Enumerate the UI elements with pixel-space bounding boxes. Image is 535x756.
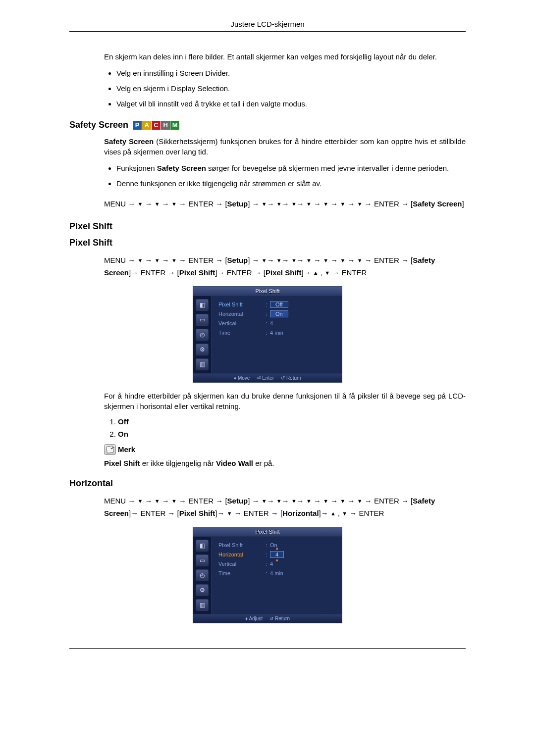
intro-paragraph: En skjerm kan deles inn i flere bilder. … bbox=[104, 51, 466, 62]
pixelshift-osd: Pixel Shift ◧ ▭ ◴ ⚙ ▥ Pixel Shift : Off bbox=[193, 286, 342, 383]
osd2-sound-icon: ◴ bbox=[196, 569, 209, 581]
safety-heading-text: Safety Screen bbox=[69, 120, 128, 130]
safety-screen-heading: Safety Screen P A C H M bbox=[69, 120, 466, 130]
osd-val-off: Off bbox=[270, 301, 288, 308]
horizontal-heading: Horizontal bbox=[69, 478, 466, 489]
sb1-pre: Funksjonen bbox=[116, 164, 157, 172]
safety-bullets: Funksjonen Safety Screen sørger for beve… bbox=[104, 163, 466, 189]
osd-setup-icon: ⚙ bbox=[196, 344, 209, 355]
note-icon bbox=[104, 444, 116, 455]
badge-h-icon: H bbox=[161, 121, 170, 130]
badge-p-icon: P bbox=[133, 121, 142, 130]
badge-a-icon: A bbox=[142, 121, 151, 130]
osd2-sidebar: ◧ ▭ ◴ ⚙ ▥ bbox=[193, 537, 212, 614]
osd2-multi-icon: ▥ bbox=[196, 599, 209, 611]
osd-row-vertical: Vertical bbox=[218, 320, 266, 326]
osd2-input-icon: ◧ bbox=[196, 540, 209, 552]
option-on: On bbox=[118, 430, 466, 438]
footer-rule bbox=[69, 648, 466, 649]
osd-row-time: Time bbox=[218, 330, 266, 336]
osd-sidebar: ◧ ▭ ◴ ⚙ ▥ bbox=[193, 296, 212, 373]
osd-val-4min: 4 min bbox=[270, 330, 283, 336]
osd2-row-pixelshift: Pixel Shift bbox=[218, 542, 266, 548]
pixelshift-options: Off On bbox=[104, 417, 466, 438]
osd-row-pixelshift: Pixel Shift bbox=[218, 302, 266, 307]
osd2-setup-icon: ⚙ bbox=[196, 584, 209, 596]
pixel-shift-heading-1: Pixel Shift bbox=[69, 221, 466, 232]
intro-bullets: Velg en innstilling i Screen Divider. Ve… bbox=[104, 68, 466, 109]
pixelshift-nav-path: MENU → ▼ → ▼ → ▼ → ENTER → [Setup] → ▼→ … bbox=[104, 254, 466, 279]
badge-m-icon: M bbox=[170, 121, 179, 130]
note-row: Merk bbox=[104, 444, 466, 455]
osd2-footer: ♦ Adjust ↺ Return bbox=[193, 614, 342, 623]
intro-bullet-3: Valget vil bli innstilt ved å trykke et … bbox=[116, 99, 466, 109]
osd-multi-icon: ▥ bbox=[196, 358, 209, 370]
osd2-row-horizontal: Horizontal bbox=[218, 552, 266, 557]
osd-title: Pixel Shift bbox=[256, 288, 280, 294]
osd2-row-time: Time bbox=[218, 570, 266, 576]
intro-bullet-1: Velg en innstilling i Screen Divider. bbox=[116, 68, 466, 78]
osd-input-icon: ◧ bbox=[196, 299, 209, 311]
osd2-val-4: 4 bbox=[270, 561, 273, 567]
horizontal-nav-path: MENU → ▼ → ▼ → ▼ → ENTER → [Setup] → ▼→ … bbox=[104, 495, 466, 520]
osd2-row-vertical: Vertical bbox=[218, 561, 266, 567]
note-label: Merk bbox=[118, 445, 135, 454]
pixel-shift-heading-2: Pixel Shift bbox=[69, 238, 466, 248]
horizontal-osd: Pixel Shift ◧ ▭ ◴ ⚙ ▥ Pixel Shift : On bbox=[193, 527, 342, 623]
safety-para-bold: Safety Screen bbox=[104, 137, 154, 146]
intro-bullet-2: Velg en skjerm i Display Selection. bbox=[116, 83, 466, 94]
safety-para-rest: (Sikkerhetsskjerm) funksjonen brukes for… bbox=[104, 137, 466, 156]
mode-badges: P A C H M bbox=[133, 121, 179, 130]
osd-row-horizontal: Horizontal bbox=[218, 311, 266, 317]
osd-picture-icon: ▭ bbox=[196, 314, 209, 326]
note-text: Pixel Shift er ikke tilgjengelig når Vid… bbox=[104, 459, 466, 467]
osd-val-4: 4 bbox=[270, 320, 273, 326]
osd2-val-4box: 4 bbox=[270, 551, 284, 558]
osd-footer: ♦ Move ⏎ Enter ↺ Return bbox=[193, 373, 342, 382]
osd-val-on: On bbox=[270, 310, 288, 317]
badge-c-icon: C bbox=[152, 121, 160, 130]
osd2-title: Pixel Shift bbox=[256, 529, 280, 535]
option-off: Off bbox=[118, 417, 466, 426]
osd2-picture-icon: ▭ bbox=[196, 554, 209, 566]
safety-nav-path: MENU → ▼ → ▼ → ▼ → ENTER → [Setup] → ▼→ … bbox=[104, 198, 466, 210]
osd-sound-icon: ◴ bbox=[196, 329, 209, 341]
sb1-bold: Safety Screen bbox=[157, 164, 206, 172]
sb1-suf: sørger for bevegelse på skjermen med jev… bbox=[206, 164, 449, 172]
safety-bullet-1: Funksjonen Safety Screen sørger for beve… bbox=[116, 163, 466, 173]
osd2-val-4min: 4 min bbox=[270, 570, 283, 576]
pixelshift-desc: For å hindre etterbilder på skjermen kan… bbox=[104, 391, 466, 411]
page-header: Justere LCD-skjermen bbox=[69, 20, 466, 32]
safety-paragraph: Safety Screen (Sikkerhetsskjerm) funksjo… bbox=[104, 136, 466, 157]
safety-bullet-2: Denne funksjonen er ikke tilgjengelig nå… bbox=[116, 178, 466, 189]
